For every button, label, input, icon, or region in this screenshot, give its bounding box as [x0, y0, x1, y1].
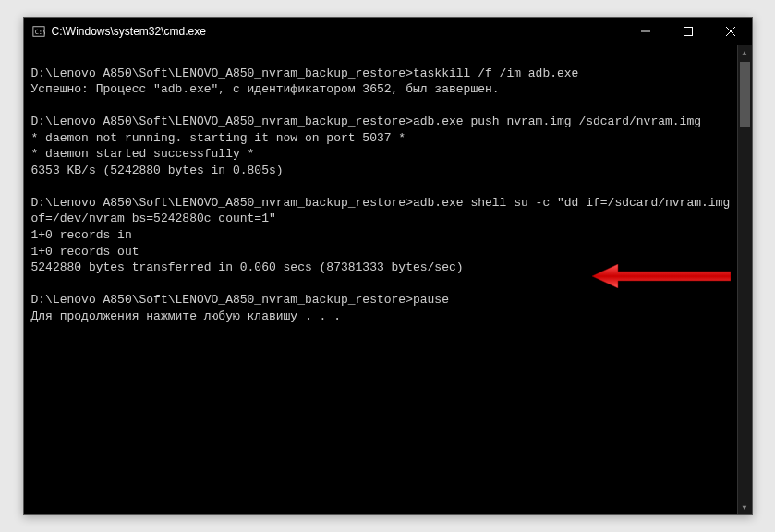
terminal-body[interactable]: D:\Lenovo A850\Soft\LENOVO_A850_nvram_ba… — [24, 45, 752, 514]
terminal-output: D:\Lenovo A850\Soft\LENOVO_A850_nvram_ba… — [31, 49, 745, 324]
terminal-line: 5242880 bytes transferred in 0.060 secs … — [31, 260, 464, 274]
terminal-line: Успешно: Процесс "adb.exe", с идентифика… — [31, 82, 500, 96]
terminal-line: 1+0 records in — [31, 228, 132, 242]
terminal-line: D:\Lenovo A850\Soft\LENOVO_A850_nvram_ba… — [31, 66, 579, 80]
cmd-icon: C:\ — [31, 24, 46, 39]
terminal-line: D:\Lenovo A850\Soft\LENOVO_A850_nvram_ba… — [31, 293, 449, 307]
minimize-button[interactable] — [624, 18, 667, 45]
terminal-line: * daemon started successfully * — [31, 147, 255, 161]
maximize-button[interactable] — [667, 18, 709, 45]
svg-rect-3 — [684, 28, 692, 36]
terminal-line: 1+0 records out — [31, 245, 139, 259]
svg-text:C:\: C:\ — [34, 29, 44, 36]
cmd-window: C:\ C:\Windows\system32\cmd.exe D:\Lenov… — [23, 17, 753, 515]
scrollbar[interactable]: ▲ ▼ — [737, 45, 752, 514]
maximize-icon — [684, 27, 693, 36]
scroll-up-arrow-icon[interactable]: ▲ — [738, 45, 752, 60]
terminal-line: 6353 KB/s (5242880 bytes in 0.805s) — [31, 163, 284, 177]
close-icon — [726, 27, 735, 36]
terminal-line: * daemon not running. starting it now on… — [31, 131, 406, 145]
scroll-down-arrow-icon[interactable]: ▼ — [738, 500, 752, 514]
close-button[interactable] — [709, 18, 752, 45]
terminal-line: D:\Lenovo A850\Soft\LENOVO_A850_nvram_ba… — [31, 115, 702, 128]
minimize-icon — [641, 27, 650, 36]
titlebar[interactable]: C:\ C:\Windows\system32\cmd.exe — [24, 18, 752, 45]
window-controls — [624, 18, 752, 45]
window-title: C:\Windows\system32\cmd.exe — [52, 25, 624, 38]
terminal-line: D:\Lenovo A850\Soft\LENOVO_A850_nvram_ba… — [31, 196, 738, 226]
terminal-line: Для продолжения нажмите любую клавишу . … — [31, 309, 341, 323]
scrollbar-thumb[interactable] — [740, 62, 750, 127]
